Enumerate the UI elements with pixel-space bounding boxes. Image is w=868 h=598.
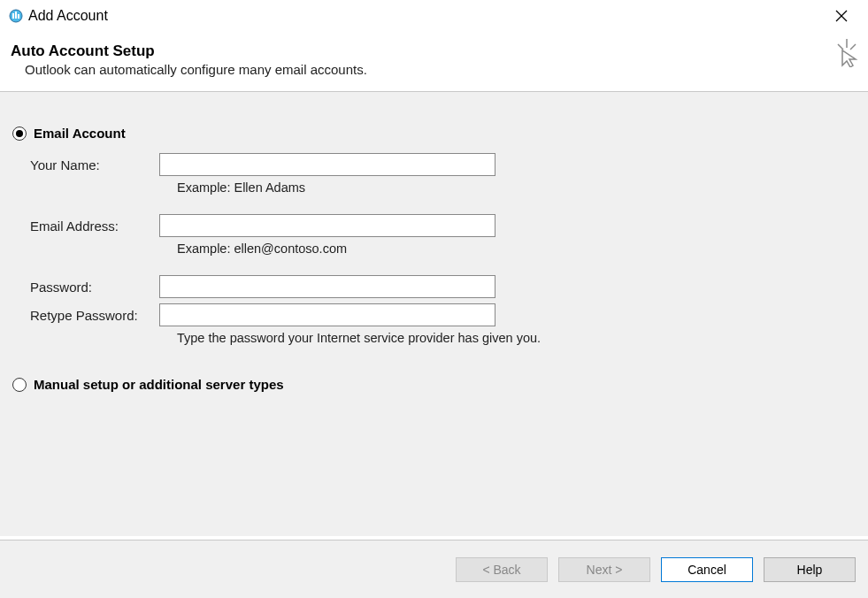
retype-password-row: Retype Password: xyxy=(30,303,856,326)
email-input[interactable] xyxy=(159,214,495,237)
svg-line-7 xyxy=(838,44,843,50)
close-icon xyxy=(835,10,848,22)
title-bar: Add Account xyxy=(0,0,868,32)
title-bar-left: Add Account xyxy=(9,8,108,24)
radio-manual-setup[interactable]: Manual setup or additional server types xyxy=(12,377,856,392)
your-name-hint: Example: Ellen Adams xyxy=(177,176,856,214)
window-title: Add Account xyxy=(28,8,108,24)
radio-button-icon xyxy=(12,126,27,141)
footer-buttons: < Back Next > Cancel Help xyxy=(0,540,868,598)
radio-email-account-label: Email Account xyxy=(34,126,126,141)
next-button: Next > xyxy=(558,557,650,582)
email-hint: Example: ellen@contoso.com xyxy=(177,237,856,275)
password-input[interactable] xyxy=(159,275,495,298)
app-icon xyxy=(9,9,23,23)
back-button: < Back xyxy=(456,557,548,582)
email-row: Email Address: xyxy=(30,214,856,237)
password-label: Password: xyxy=(30,280,159,295)
radio-button-icon xyxy=(12,378,27,392)
radio-email-account[interactable]: Email Account xyxy=(12,126,856,141)
header-title: Auto Account Setup xyxy=(11,42,847,60)
password-row: Password: xyxy=(30,275,856,298)
cancel-button[interactable]: Cancel xyxy=(661,557,753,582)
email-label: Email Address: xyxy=(30,218,159,234)
svg-line-8 xyxy=(850,44,856,50)
password-hint: Type the password your Internet service … xyxy=(177,326,856,345)
close-button[interactable] xyxy=(824,4,859,28)
retype-password-input[interactable] xyxy=(159,303,495,326)
your-name-input[interactable] xyxy=(159,153,495,176)
svg-rect-2 xyxy=(15,12,17,19)
cursor-icon xyxy=(831,39,859,67)
form-grid: Your Name: Example: Ellen Adams Email Ad… xyxy=(30,153,856,345)
header-section: Auto Account Setup Outlook can automatic… xyxy=(0,32,868,92)
svg-rect-1 xyxy=(12,13,14,19)
help-button[interactable]: Help xyxy=(764,557,856,582)
header-subtitle: Outlook can automatically configure many… xyxy=(25,62,847,77)
radio-manual-label: Manual setup or additional server types xyxy=(34,377,284,392)
radio-selected-dot xyxy=(16,130,23,137)
svg-rect-3 xyxy=(18,14,19,19)
your-name-row: Your Name: xyxy=(30,153,856,176)
your-name-label: Your Name: xyxy=(30,157,159,172)
retype-password-label: Retype Password: xyxy=(30,308,159,323)
content-area: Email Account Your Name: Example: Ellen … xyxy=(0,92,868,536)
